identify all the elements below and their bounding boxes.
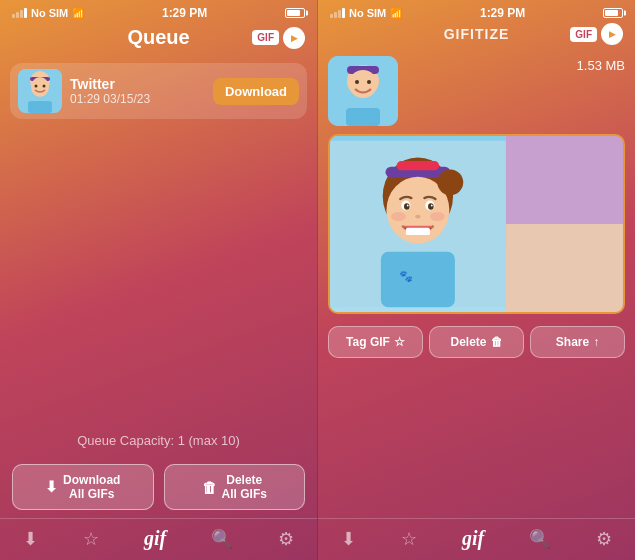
action-buttons: Tag GIF ☆ Delete 🗑 Share ↑ — [328, 322, 625, 362]
right-page-title: GIFITIZE — [444, 26, 510, 42]
panel-peach — [506, 224, 623, 312]
signal-icon — [12, 8, 27, 18]
tab-starred-right[interactable]: ☆ — [401, 528, 417, 550]
tab-gif-right[interactable]: gif — [462, 527, 484, 550]
battery-icon — [285, 8, 305, 18]
svg-point-26 — [431, 205, 433, 207]
main-preview: 🐾 — [328, 134, 625, 314]
right-wifi-icon: 📶 — [390, 8, 402, 19]
small-thumb-svg — [328, 56, 398, 126]
delete-all-button[interactable]: 🗑 DeleteAll GIFs — [164, 464, 306, 510]
svg-text:🐾: 🐾 — [399, 269, 413, 283]
star-icon: ☆ — [394, 335, 405, 349]
svg-rect-28 — [406, 228, 430, 235]
svg-point-11 — [355, 80, 359, 84]
right-phone: No SIM 📶 1:29 PM GIFITIZE GIF ▶ — [317, 0, 635, 560]
delete-button[interactable]: Delete 🗑 — [429, 326, 524, 358]
tab-starred-left[interactable]: ☆ — [83, 528, 99, 550]
download-all-icon: ⬇ — [45, 478, 58, 496]
right-tab-search-icon: 🔍 — [529, 528, 551, 550]
left-carrier-area: No SIM 📶 — [12, 7, 84, 19]
tab-settings-left[interactable]: ⚙ — [278, 528, 294, 550]
tab-settings-right[interactable]: ⚙ — [596, 528, 612, 550]
svg-rect-13 — [346, 108, 380, 126]
bottom-buttons: ⬇ DownloadAll GIFs 🗑 DeleteAll GIFs — [0, 456, 317, 518]
tab-gif-left[interactable]: gif — [144, 527, 166, 550]
left-tab-bar: ⬇ ☆ gif 🔍 ⚙ — [0, 518, 317, 560]
tab-download-right[interactable]: ⬇ — [341, 528, 356, 550]
queue-meta: 01:29 03/15/23 — [70, 92, 205, 106]
svg-point-4 — [35, 85, 38, 88]
svg-point-19 — [391, 212, 406, 221]
main-girl-svg: 🐾 — [330, 134, 506, 314]
svg-point-20 — [430, 212, 445, 221]
svg-point-25 — [407, 205, 409, 207]
capacity-label: Queue Capacity: 1 (max 10) — [0, 425, 317, 456]
girl-thumb-svg — [18, 69, 62, 113]
small-thumbnail — [328, 56, 398, 126]
svg-point-24 — [428, 203, 434, 209]
girl-illustration: 🐾 — [330, 136, 506, 312]
right-battery-area — [603, 8, 623, 18]
left-header: Queue GIF ▶ — [0, 22, 317, 57]
wifi-icon: 📶 — [72, 8, 84, 19]
thumb-row: 1.53 MB — [328, 56, 625, 126]
left-header-badge: GIF ▶ — [252, 27, 305, 49]
left-battery-area — [285, 8, 305, 18]
right-time: 1:29 PM — [480, 6, 525, 20]
delete-label: Delete — [450, 335, 486, 349]
right-tab-star-icon: ☆ — [401, 528, 417, 550]
svg-point-27 — [415, 215, 421, 219]
file-size: 1.53 MB — [406, 56, 625, 73]
tab-download-icon: ⬇ — [23, 528, 38, 550]
left-status-bar: No SIM 📶 1:29 PM — [0, 0, 317, 22]
tag-gif-label: Tag GIF — [346, 335, 390, 349]
tab-star-icon: ☆ — [83, 528, 99, 550]
download-all-button[interactable]: ⬇ DownloadAll GIFs — [12, 464, 154, 510]
trash-icon: 🗑 — [491, 335, 503, 349]
queue-thumbnail — [18, 69, 62, 113]
svg-rect-29 — [381, 252, 455, 308]
right-tab-gif-icon: gif — [462, 527, 484, 550]
share-button[interactable]: Share ↑ — [530, 326, 625, 358]
share-icon: ↑ — [593, 335, 599, 349]
right-battery-icon — [603, 8, 623, 18]
left-carrier: No SIM — [31, 7, 68, 19]
right-carrier-area: No SIM 📶 — [330, 7, 402, 19]
svg-point-5 — [43, 85, 46, 88]
delete-all-icon: 🗑 — [202, 479, 217, 496]
download-all-label: DownloadAll GIFs — [63, 473, 120, 501]
queue-item: Twitter 01:29 03/15/23 Download — [10, 63, 307, 119]
svg-point-10 — [349, 70, 377, 98]
share-label: Share — [556, 335, 589, 349]
tag-gif-button[interactable]: Tag GIF ☆ — [328, 326, 423, 358]
queue-info: Twitter 01:29 03/15/23 — [70, 76, 205, 106]
play-button-right[interactable]: ▶ — [601, 23, 623, 45]
gif-badge-left: GIF — [252, 30, 279, 45]
right-header-badge: GIF ▶ — [570, 23, 623, 45]
download-button[interactable]: Download — [213, 78, 299, 105]
tab-download-left[interactable]: ⬇ — [23, 528, 38, 550]
tab-gif-icon: gif — [144, 527, 166, 550]
delete-all-label: DeleteAll GIFs — [222, 473, 267, 501]
svg-point-12 — [367, 80, 371, 84]
tab-search-left[interactable]: 🔍 — [211, 528, 233, 550]
panel-purple — [506, 136, 623, 224]
svg-point-31 — [437, 169, 463, 195]
gifitize-content: 1.53 MB — [318, 50, 635, 518]
play-button-left[interactable]: ▶ — [283, 27, 305, 49]
right-header: GIFITIZE GIF ▶ — [318, 22, 635, 50]
left-page-title: Queue — [127, 26, 189, 49]
right-carrier: No SIM — [349, 7, 386, 19]
tab-settings-icon: ⚙ — [278, 528, 294, 550]
right-tab-bar: ⬇ ☆ gif 🔍 ⚙ — [318, 518, 635, 560]
tab-search-icon: 🔍 — [211, 528, 233, 550]
preview-bg-panels — [506, 136, 623, 312]
svg-point-23 — [404, 203, 410, 209]
right-status-bar: No SIM 📶 1:29 PM — [318, 0, 635, 22]
svg-rect-6 — [28, 101, 52, 113]
right-tab-download-icon: ⬇ — [341, 528, 356, 550]
svg-rect-17 — [397, 161, 440, 170]
tab-search-right[interactable]: 🔍 — [529, 528, 551, 550]
svg-point-3 — [31, 77, 49, 97]
